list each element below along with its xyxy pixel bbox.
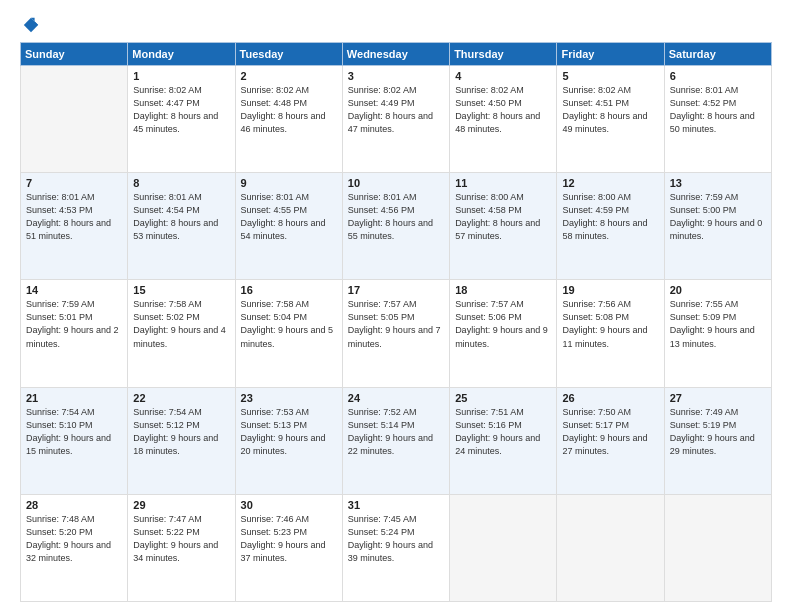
calendar-week-row: 7Sunrise: 8:01 AMSunset: 4:53 PMDaylight… xyxy=(21,173,772,280)
day-info: Sunrise: 8:01 AMSunset: 4:52 PMDaylight:… xyxy=(670,84,766,136)
calendar-week-row: 28Sunrise: 7:48 AMSunset: 5:20 PMDayligh… xyxy=(21,494,772,601)
day-info: Sunrise: 8:00 AMSunset: 4:58 PMDaylight:… xyxy=(455,191,551,243)
day-info: Sunrise: 7:59 AMSunset: 5:01 PMDaylight:… xyxy=(26,298,122,350)
calendar-cell: 18Sunrise: 7:57 AMSunset: 5:06 PMDayligh… xyxy=(450,280,557,387)
calendar-cell: 13Sunrise: 7:59 AMSunset: 5:00 PMDayligh… xyxy=(664,173,771,280)
calendar-cell: 4Sunrise: 8:02 AMSunset: 4:50 PMDaylight… xyxy=(450,66,557,173)
calendar-cell xyxy=(557,494,664,601)
calendar-cell: 25Sunrise: 7:51 AMSunset: 5:16 PMDayligh… xyxy=(450,387,557,494)
header xyxy=(20,16,772,34)
day-number: 28 xyxy=(26,499,122,511)
calendar-week-row: 14Sunrise: 7:59 AMSunset: 5:01 PMDayligh… xyxy=(21,280,772,387)
day-number: 22 xyxy=(133,392,229,404)
day-number: 1 xyxy=(133,70,229,82)
day-info: Sunrise: 7:58 AMSunset: 5:04 PMDaylight:… xyxy=(241,298,337,350)
calendar-cell: 30Sunrise: 7:46 AMSunset: 5:23 PMDayligh… xyxy=(235,494,342,601)
day-number: 31 xyxy=(348,499,444,511)
day-number: 25 xyxy=(455,392,551,404)
day-info: Sunrise: 7:55 AMSunset: 5:09 PMDaylight:… xyxy=(670,298,766,350)
day-info: Sunrise: 7:58 AMSunset: 5:02 PMDaylight:… xyxy=(133,298,229,350)
day-number: 8 xyxy=(133,177,229,189)
day-number: 14 xyxy=(26,284,122,296)
day-info: Sunrise: 8:02 AMSunset: 4:51 PMDaylight:… xyxy=(562,84,658,136)
day-number: 26 xyxy=(562,392,658,404)
day-info: Sunrise: 7:50 AMSunset: 5:17 PMDaylight:… xyxy=(562,406,658,458)
calendar-week-row: 21Sunrise: 7:54 AMSunset: 5:10 PMDayligh… xyxy=(21,387,772,494)
calendar-cell: 19Sunrise: 7:56 AMSunset: 5:08 PMDayligh… xyxy=(557,280,664,387)
calendar-cell: 7Sunrise: 8:01 AMSunset: 4:53 PMDaylight… xyxy=(21,173,128,280)
day-number: 13 xyxy=(670,177,766,189)
day-info: Sunrise: 8:02 AMSunset: 4:50 PMDaylight:… xyxy=(455,84,551,136)
day-number: 12 xyxy=(562,177,658,189)
calendar-cell: 21Sunrise: 7:54 AMSunset: 5:10 PMDayligh… xyxy=(21,387,128,494)
day-number: 24 xyxy=(348,392,444,404)
calendar-cell xyxy=(664,494,771,601)
day-number: 6 xyxy=(670,70,766,82)
day-info: Sunrise: 7:56 AMSunset: 5:08 PMDaylight:… xyxy=(562,298,658,350)
calendar-cell: 10Sunrise: 8:01 AMSunset: 4:56 PMDayligh… xyxy=(342,173,449,280)
calendar-cell: 28Sunrise: 7:48 AMSunset: 5:20 PMDayligh… xyxy=(21,494,128,601)
calendar-cell: 11Sunrise: 8:00 AMSunset: 4:58 PMDayligh… xyxy=(450,173,557,280)
day-info: Sunrise: 7:48 AMSunset: 5:20 PMDaylight:… xyxy=(26,513,122,565)
calendar-cell: 27Sunrise: 7:49 AMSunset: 5:19 PMDayligh… xyxy=(664,387,771,494)
day-number: 27 xyxy=(670,392,766,404)
day-number: 19 xyxy=(562,284,658,296)
calendar-cell: 26Sunrise: 7:50 AMSunset: 5:17 PMDayligh… xyxy=(557,387,664,494)
day-info: Sunrise: 7:46 AMSunset: 5:23 PMDaylight:… xyxy=(241,513,337,565)
day-number: 3 xyxy=(348,70,444,82)
weekday-header: Wednesday xyxy=(342,43,449,66)
calendar-cell: 22Sunrise: 7:54 AMSunset: 5:12 PMDayligh… xyxy=(128,387,235,494)
logo-text xyxy=(20,16,40,34)
day-info: Sunrise: 7:45 AMSunset: 5:24 PMDaylight:… xyxy=(348,513,444,565)
day-info: Sunrise: 7:57 AMSunset: 5:06 PMDaylight:… xyxy=(455,298,551,350)
day-info: Sunrise: 7:52 AMSunset: 5:14 PMDaylight:… xyxy=(348,406,444,458)
calendar-cell: 20Sunrise: 7:55 AMSunset: 5:09 PMDayligh… xyxy=(664,280,771,387)
calendar-cell: 24Sunrise: 7:52 AMSunset: 5:14 PMDayligh… xyxy=(342,387,449,494)
day-number: 16 xyxy=(241,284,337,296)
calendar-cell xyxy=(450,494,557,601)
calendar-week-row: 1Sunrise: 8:02 AMSunset: 4:47 PMDaylight… xyxy=(21,66,772,173)
day-info: Sunrise: 7:54 AMSunset: 5:12 PMDaylight:… xyxy=(133,406,229,458)
day-number: 20 xyxy=(670,284,766,296)
day-info: Sunrise: 7:59 AMSunset: 5:00 PMDaylight:… xyxy=(670,191,766,243)
calendar-cell: 8Sunrise: 8:01 AMSunset: 4:54 PMDaylight… xyxy=(128,173,235,280)
day-info: Sunrise: 8:02 AMSunset: 4:47 PMDaylight:… xyxy=(133,84,229,136)
day-info: Sunrise: 8:01 AMSunset: 4:55 PMDaylight:… xyxy=(241,191,337,243)
day-info: Sunrise: 8:01 AMSunset: 4:56 PMDaylight:… xyxy=(348,191,444,243)
day-info: Sunrise: 7:57 AMSunset: 5:05 PMDaylight:… xyxy=(348,298,444,350)
calendar-cell: 3Sunrise: 8:02 AMSunset: 4:49 PMDaylight… xyxy=(342,66,449,173)
day-number: 29 xyxy=(133,499,229,511)
weekday-header: Saturday xyxy=(664,43,771,66)
weekday-header-row: SundayMondayTuesdayWednesdayThursdayFrid… xyxy=(21,43,772,66)
day-info: Sunrise: 8:02 AMSunset: 4:49 PMDaylight:… xyxy=(348,84,444,136)
page: SundayMondayTuesdayWednesdayThursdayFrid… xyxy=(0,0,792,612)
calendar-table: SundayMondayTuesdayWednesdayThursdayFrid… xyxy=(20,42,772,602)
day-number: 4 xyxy=(455,70,551,82)
calendar-cell: 2Sunrise: 8:02 AMSunset: 4:48 PMDaylight… xyxy=(235,66,342,173)
calendar-cell: 31Sunrise: 7:45 AMSunset: 5:24 PMDayligh… xyxy=(342,494,449,601)
day-number: 23 xyxy=(241,392,337,404)
calendar-cell: 29Sunrise: 7:47 AMSunset: 5:22 PMDayligh… xyxy=(128,494,235,601)
calendar-cell: 15Sunrise: 7:58 AMSunset: 5:02 PMDayligh… xyxy=(128,280,235,387)
day-info: Sunrise: 7:54 AMSunset: 5:10 PMDaylight:… xyxy=(26,406,122,458)
calendar-cell: 1Sunrise: 8:02 AMSunset: 4:47 PMDaylight… xyxy=(128,66,235,173)
calendar-cell: 16Sunrise: 7:58 AMSunset: 5:04 PMDayligh… xyxy=(235,280,342,387)
weekday-header: Monday xyxy=(128,43,235,66)
day-number: 9 xyxy=(241,177,337,189)
day-info: Sunrise: 8:02 AMSunset: 4:48 PMDaylight:… xyxy=(241,84,337,136)
day-number: 10 xyxy=(348,177,444,189)
day-info: Sunrise: 7:49 AMSunset: 5:19 PMDaylight:… xyxy=(670,406,766,458)
calendar-cell: 14Sunrise: 7:59 AMSunset: 5:01 PMDayligh… xyxy=(21,280,128,387)
calendar-cell: 9Sunrise: 8:01 AMSunset: 4:55 PMDaylight… xyxy=(235,173,342,280)
day-info: Sunrise: 7:47 AMSunset: 5:22 PMDaylight:… xyxy=(133,513,229,565)
day-info: Sunrise: 8:01 AMSunset: 4:54 PMDaylight:… xyxy=(133,191,229,243)
day-number: 2 xyxy=(241,70,337,82)
day-number: 7 xyxy=(26,177,122,189)
day-info: Sunrise: 7:51 AMSunset: 5:16 PMDaylight:… xyxy=(455,406,551,458)
day-info: Sunrise: 7:53 AMSunset: 5:13 PMDaylight:… xyxy=(241,406,337,458)
calendar-cell: 6Sunrise: 8:01 AMSunset: 4:52 PMDaylight… xyxy=(664,66,771,173)
day-number: 17 xyxy=(348,284,444,296)
day-number: 30 xyxy=(241,499,337,511)
weekday-header: Friday xyxy=(557,43,664,66)
weekday-header: Tuesday xyxy=(235,43,342,66)
